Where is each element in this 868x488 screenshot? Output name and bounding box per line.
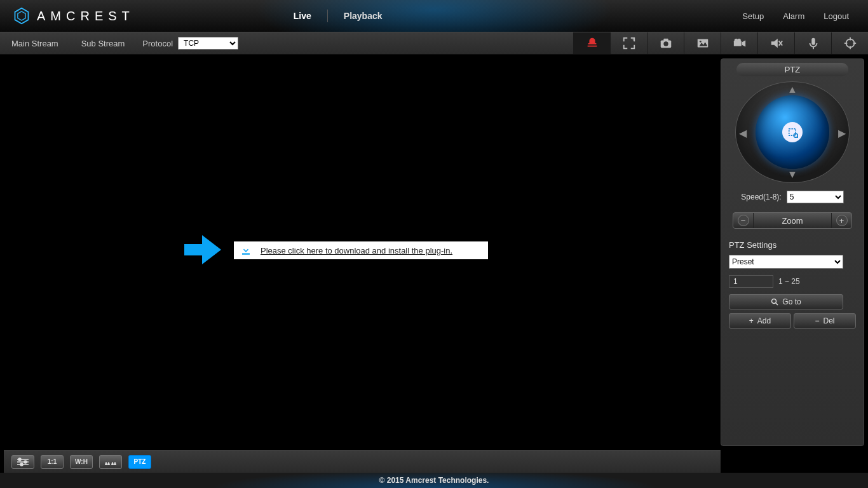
tab-playback[interactable]: Playback (331, 0, 395, 32)
ptz-left-button[interactable]: ◀ (739, 127, 747, 139)
svg-line-30 (776, 303, 778, 306)
link-alarm[interactable]: Alarm (783, 11, 804, 21)
goto-label: Go to (782, 297, 801, 306)
footer: © 2015 Amcrest Technologies. (0, 473, 868, 488)
logo-icon (13, 7, 31, 25)
speed-select[interactable]: 5 (787, 191, 844, 203)
ptz-down-button[interactable]: ▼ (787, 169, 797, 180)
preset-range: 1 ~ 25 (778, 277, 800, 286)
original-size-button[interactable]: 1:1 (41, 455, 64, 469)
ptz-dial: ▲ ▼ ◀ ▶ (735, 81, 850, 183)
aspect-ratio-button[interactable]: W:H (70, 455, 93, 469)
svg-point-19 (846, 39, 854, 48)
add-del-row: + Add − Del (729, 313, 856, 329)
snapshot-icon[interactable] (647, 32, 684, 54)
svg-point-5 (663, 41, 668, 46)
svg-rect-25 (242, 254, 250, 255)
svg-point-13 (737, 39, 741, 42)
tab-live[interactable]: Live (281, 0, 324, 32)
svg-rect-26 (789, 129, 796, 136)
svg-rect-2 (587, 46, 597, 47)
speaker-icon[interactable] (757, 32, 794, 54)
svg-point-34 (18, 458, 21, 461)
video-area: Please click here to download and instal… (0, 55, 721, 450)
link-setup[interactable]: Setup (742, 11, 764, 21)
alarm-icon[interactable] (573, 32, 610, 54)
plugin-banner[interactable]: Please click here to download and instal… (234, 241, 488, 259)
ptz-toggle-button[interactable]: PTZ (128, 455, 151, 469)
svg-point-29 (772, 299, 776, 304)
zoom-out-button[interactable]: − (733, 213, 754, 228)
picture-icon[interactable] (684, 32, 721, 54)
svg-text:+: + (632, 37, 635, 43)
zoom-row: − Zoom + (733, 212, 852, 229)
microphone-icon[interactable] (794, 32, 831, 54)
fullscreen-icon[interactable]: + (610, 32, 647, 54)
search-icon (771, 298, 778, 306)
plugin-link[interactable]: Please click here to download and instal… (261, 246, 452, 255)
speed-row: Speed(1-8): 5 (725, 191, 860, 203)
svg-marker-24 (184, 235, 221, 264)
brand-text: AMCREST (37, 9, 135, 24)
record-icon[interactable] (721, 32, 757, 54)
ptz-settings-title: PTZ Settings (729, 240, 856, 250)
svg-marker-0 (15, 8, 29, 24)
zoom-label: Zoom (754, 216, 831, 226)
svg-marker-11 (742, 40, 745, 46)
svg-point-35 (24, 461, 27, 463)
crosshair-icon[interactable] (831, 32, 868, 54)
svg-rect-10 (733, 41, 741, 46)
minus-icon: − (815, 316, 819, 325)
tool-icons: + (573, 32, 868, 54)
add-label: Add (757, 316, 771, 325)
ptz-right-button[interactable]: ▶ (838, 127, 846, 139)
arrow-right-icon (184, 233, 222, 267)
link-logout[interactable]: Logout (824, 11, 849, 21)
preset-select[interactable]: Preset (729, 255, 843, 269)
subtoolbar: Main Stream Sub Stream Protocol TCP + (0, 32, 868, 55)
svg-rect-6 (663, 39, 668, 41)
header: AMCREST Live Playback Setup Alarm Logout (0, 0, 868, 32)
ptz-title: PTZ (736, 63, 848, 76)
nav-tabs: Live Playback (281, 0, 395, 32)
ptz-panel: PTZ ▲ ▼ ◀ ▶ Speed(1-8): 5 − Zoom + PTZ S… (721, 58, 864, 446)
main: Please click here to download and instal… (0, 55, 868, 450)
svg-point-9 (699, 41, 701, 43)
protocol-select[interactable]: TCP (178, 37, 238, 50)
logo: AMCREST (13, 7, 135, 25)
del-button[interactable]: − Del (794, 313, 856, 329)
protocol-label: Protocol (142, 39, 173, 48)
svg-marker-14 (771, 39, 777, 48)
plus-icon: + (749, 316, 754, 325)
preset-input[interactable] (729, 275, 773, 288)
bottom-toolbar: 1:1 W:H PTZ (4, 450, 721, 473)
zoom-in-button[interactable]: + (831, 213, 851, 228)
header-right: Setup Alarm Logout (742, 11, 849, 21)
nav-divider (327, 10, 328, 22)
dial-center-button[interactable] (782, 122, 803, 142)
preset-row: 1 ~ 25 (729, 275, 856, 288)
svg-rect-17 (811, 38, 815, 45)
download-icon (240, 245, 252, 256)
fluency-button[interactable] (99, 455, 122, 469)
goto-button[interactable]: Go to (729, 294, 843, 309)
add-button[interactable]: + Add (729, 313, 791, 329)
del-label: Del (824, 316, 835, 325)
main-stream-button[interactable]: Main Stream (0, 39, 70, 48)
adjust-button[interactable] (11, 455, 34, 469)
sub-stream-button[interactable]: Sub Stream (70, 39, 137, 48)
svg-line-28 (797, 137, 799, 139)
svg-marker-1 (18, 11, 25, 20)
speed-label: Speed(1-8): (741, 193, 781, 201)
svg-point-36 (20, 463, 23, 466)
ptz-up-button[interactable]: ▲ (787, 84, 797, 95)
